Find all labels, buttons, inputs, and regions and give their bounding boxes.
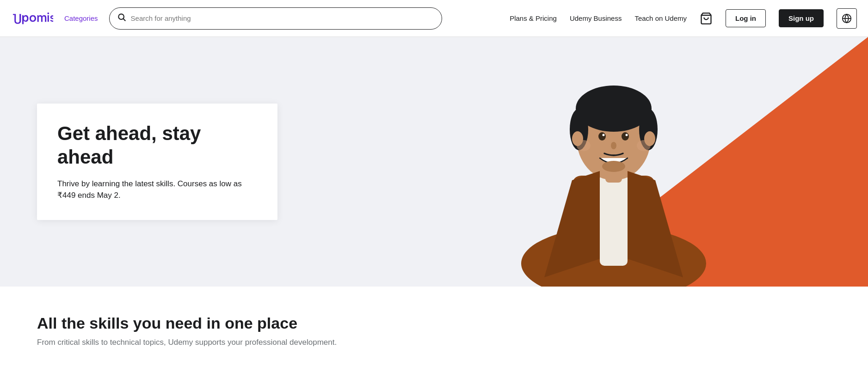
svg-point-22 xyxy=(572,131,583,146)
logo[interactable] xyxy=(11,11,53,26)
hero-subtitle: Thrive by learning the latest skills. Co… xyxy=(57,178,257,202)
svg-point-14 xyxy=(598,132,606,141)
svg-point-19 xyxy=(602,161,625,172)
search-input[interactable] xyxy=(131,14,434,22)
login-button[interactable]: Log in xyxy=(726,9,766,27)
cart-button[interactable] xyxy=(700,12,713,25)
nav-links: Plans & Pricing Udemy Business Teach on … xyxy=(510,8,857,29)
svg-point-18 xyxy=(611,142,616,149)
udemy-business-link[interactable]: Udemy Business xyxy=(570,14,622,22)
lower-section-subtitle: From critical skills to technical topics… xyxy=(37,338,831,347)
svg-point-17 xyxy=(626,134,628,136)
hero-section: Get ahead, stay ahead Thrive by learning… xyxy=(0,37,868,287)
svg-point-16 xyxy=(603,134,605,136)
svg-rect-8 xyxy=(600,173,628,266)
teach-link[interactable]: Teach on Udemy xyxy=(634,14,687,22)
lower-section-title: All the skills you need in one place xyxy=(37,314,831,332)
navbar: Categories Plans & Pricing Udemy Busines… xyxy=(0,0,868,37)
signup-button[interactable]: Sign up xyxy=(779,9,824,27)
svg-point-23 xyxy=(644,131,655,146)
hero-content: Get ahead, stay ahead Thrive by learning… xyxy=(0,104,277,220)
hero-title: Get ahead, stay ahead xyxy=(57,122,257,169)
search-bar xyxy=(109,7,442,30)
svg-point-0 xyxy=(118,14,124,19)
hero-person-illustration xyxy=(498,37,729,287)
language-button[interactable] xyxy=(837,8,857,29)
categories-button[interactable]: Categories xyxy=(61,14,102,22)
svg-line-1 xyxy=(123,19,125,21)
plans-pricing-link[interactable]: Plans & Pricing xyxy=(510,14,557,22)
hero-card: Get ahead, stay ahead Thrive by learning… xyxy=(37,104,277,220)
lower-section: All the skills you need in one place Fro… xyxy=(0,287,868,366)
search-icon xyxy=(117,12,126,24)
svg-point-15 xyxy=(622,132,629,141)
